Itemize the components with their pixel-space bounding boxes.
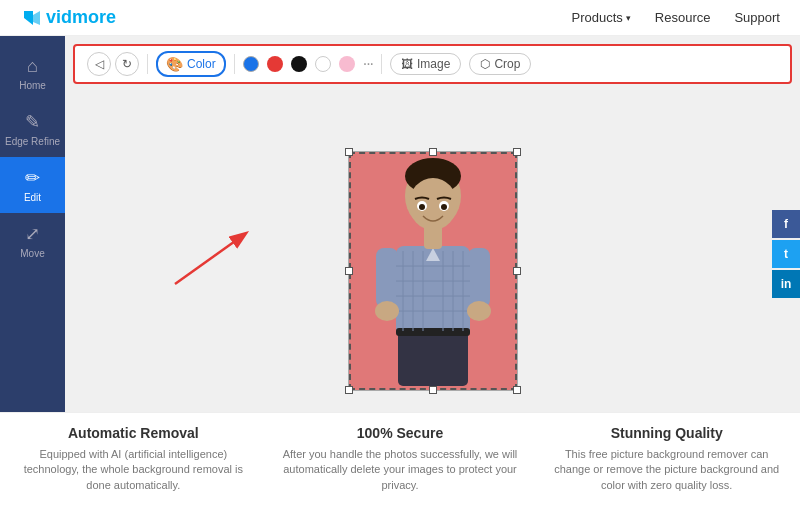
toolbar: ◁ ↻ 🎨 Color ··· 🖼 Image [73,44,792,84]
social-sidebar: f t in [772,210,800,298]
edit-icon: ✏ [25,167,40,189]
feature-automatic-title: Automatic Removal [16,425,251,441]
nav: Products ▾ Resource Support [572,10,781,25]
color-swatch-white[interactable] [315,56,331,72]
color-swatch-blue[interactable] [243,56,259,72]
image-label: Image [417,57,450,71]
toolbar-nav: ◁ ↻ [87,52,139,76]
svg-marker-1 [33,11,40,25]
nav-support[interactable]: Support [734,10,780,25]
move-icon: ⤢ [25,223,40,245]
color-more-button[interactable]: ··· [363,55,373,73]
sidebar-label-move: Move [20,248,44,259]
color-palette-icon: 🎨 [166,56,183,72]
toolbar-divider-3 [381,54,382,74]
chevron-down-icon: ▾ [626,13,631,23]
nav-products[interactable]: Products ▾ [572,10,631,25]
logo-text: vidmore [46,7,116,28]
sidebar-label-edge-refine: Edge Refine [5,136,60,147]
toolbar-divider-2 [234,54,235,74]
nav-resource[interactable]: Resource [655,10,711,25]
image-icon: 🖼 [401,57,413,71]
sidebar-item-edge-refine[interactable]: ✎ Edge Refine [0,101,65,157]
crop-label: Crop [494,57,520,71]
sidebar-item-home[interactable]: ⌂ Home [0,46,65,101]
twitter-button[interactable]: t [772,240,800,268]
image-container [348,151,518,391]
svg-marker-0 [24,11,33,25]
logo-icon [20,7,42,29]
arrow-annotation [165,214,265,294]
sidebar-label-home: Home [19,80,46,91]
handle-top-middle[interactable] [429,148,437,156]
selection-border [349,152,517,390]
feature-secure-title: 100% Secure [283,425,518,441]
feature-quality-desc: This free picture background remover can… [549,447,784,493]
facebook-button[interactable]: f [772,210,800,238]
sidebar-item-move[interactable]: ⤢ Move [0,213,65,269]
feature-secure: 100% Secure After you handle the photos … [267,425,534,493]
handle-bottom-right[interactable] [513,386,521,394]
color-swatch-black[interactable] [291,56,307,72]
redo-button[interactable]: ↻ [115,52,139,76]
linkedin-button[interactable]: in [772,270,800,298]
color-swatch-red[interactable] [267,56,283,72]
feature-quality-title: Stunning Quality [549,425,784,441]
svg-line-3 [175,234,245,284]
header: vidmore Products ▾ Resource Support [0,0,800,36]
logo: vidmore [20,7,116,29]
undo-button[interactable]: ◁ [87,52,111,76]
feature-quality: Stunning Quality This free picture backg… [533,425,800,493]
toolbar-divider-1 [147,54,148,74]
sidebar-label-edit: Edit [24,192,41,203]
feature-automatic-desc: Equipped with AI (artificial intelligenc… [16,447,251,493]
handle-right-middle[interactable] [513,267,521,275]
canvas-area [65,84,800,457]
edge-refine-icon: ✎ [25,111,40,133]
color-swatch-pink[interactable] [339,56,355,72]
handle-left-middle[interactable] [345,267,353,275]
handle-bottom-middle[interactable] [429,386,437,394]
home-icon: ⌂ [27,56,38,77]
handle-top-left[interactable] [345,148,353,156]
crop-icon: ⬡ [480,57,490,71]
crop-button[interactable]: ⬡ Crop [469,53,531,75]
color-button[interactable]: 🎨 Color [156,51,226,77]
color-label: Color [187,57,216,71]
feature-secure-desc: After you handle the photos successfully… [283,447,518,493]
sidebar-item-edit[interactable]: ✏ Edit [0,157,65,213]
features-section: Automatic Removal Equipped with AI (arti… [0,412,800,505]
feature-automatic: Automatic Removal Equipped with AI (arti… [0,425,267,493]
handle-top-right[interactable] [513,148,521,156]
image-button[interactable]: 🖼 Image [390,53,461,75]
handle-bottom-left[interactable] [345,386,353,394]
